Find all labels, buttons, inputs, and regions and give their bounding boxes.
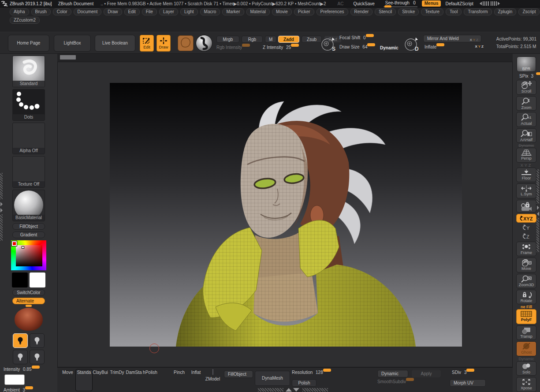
light-intensity-slider[interactable]: Intensity 0.85 bbox=[4, 367, 52, 372]
light-placement-sphere[interactable] bbox=[15, 308, 43, 331]
brush-damstandard-button[interactable]: DamSta bbox=[126, 370, 142, 391]
menu-draw[interactable]: Draw bbox=[104, 8, 122, 15]
zoom3d-button[interactable]: Zoom3D bbox=[516, 274, 536, 288]
fill-object-bottom-button[interactable]: FillObject bbox=[224, 370, 253, 378]
left-tray-divider-dots[interactable] bbox=[0, 173, 3, 199]
bottom-divider-down-arrow-icon[interactable] bbox=[293, 388, 299, 392]
inflate-axis-z[interactable]: Z bbox=[481, 45, 484, 49]
tray-resize-handle[interactable] bbox=[60, 55, 76, 60]
ghost-button[interactable]: Ghost bbox=[516, 341, 536, 356]
menu-layer[interactable]: Layer bbox=[159, 8, 178, 15]
see-through-slider[interactable]: See-through 0 bbox=[384, 0, 417, 7]
menu-document[interactable]: Document bbox=[74, 8, 102, 15]
persp-button[interactable]: Persp bbox=[516, 148, 536, 162]
dynamesh-button[interactable]: DynaMesh bbox=[255, 371, 290, 386]
apply-button[interactable]: Apply bbox=[412, 370, 441, 377]
rgb-button[interactable]: Rgb bbox=[242, 36, 263, 43]
m-button[interactable]: M bbox=[265, 36, 276, 43]
mirror-axis-y[interactable]: Y bbox=[473, 38, 476, 42]
z-intensity-slider[interactable]: Z Intensity 25 bbox=[263, 45, 322, 50]
tray-toggle-left-icon[interactable] bbox=[480, 1, 489, 6]
light-3-button[interactable] bbox=[13, 350, 28, 364]
brush-selector-thumbnail[interactable]: Standard bbox=[12, 56, 45, 87]
draw-mode-button[interactable]: Draw bbox=[156, 35, 171, 52]
move-view-button[interactable]: Move bbox=[516, 258, 536, 272]
spix-slider[interactable]: SPix 3 bbox=[515, 74, 537, 78]
menu-preferences[interactable]: Preferences bbox=[317, 8, 348, 15]
xpose-button[interactable]: Xpose bbox=[516, 377, 536, 392]
morph-uv-button[interactable]: Morph UV bbox=[450, 379, 486, 387]
camera-lock-button[interactable] bbox=[516, 200, 536, 213]
alternate-knob[interactable] bbox=[26, 305, 32, 307]
menu-alpha[interactable]: Alpha bbox=[10, 8, 29, 15]
menu-zscript[interactable]: Zscript bbox=[518, 8, 540, 15]
menu-zplugin[interactable]: Zplugin bbox=[494, 8, 517, 15]
menu-stencil[interactable]: Stencil bbox=[375, 8, 396, 15]
light-4-button[interactable] bbox=[30, 350, 45, 364]
mirror-and-weld-button[interactable]: Mirror And Weld XYZ bbox=[423, 35, 481, 42]
current-material-thumbnail[interactable] bbox=[196, 35, 212, 52]
draw-size-dynamic-label[interactable]: Dynamic bbox=[380, 45, 398, 50]
bottom-divider-dots-left[interactable] bbox=[258, 388, 283, 392]
ambient-slider[interactable]: Ambient 3 bbox=[4, 388, 52, 392]
menu-transform[interactable]: Transform bbox=[464, 8, 492, 15]
right-tray-collapse-arrow2-icon[interactable] bbox=[537, 212, 539, 216]
alternate-button[interactable]: Alternate bbox=[12, 298, 45, 304]
main-color-swatch[interactable] bbox=[12, 273, 28, 287]
rotate-z-button[interactable]: Z bbox=[518, 232, 535, 240]
bpr-render-button[interactable]: BPR bbox=[517, 56, 536, 72]
edit-mode-button[interactable]: Edit bbox=[140, 35, 154, 52]
left-tray-collapse-arrow2-icon[interactable] bbox=[0, 208, 3, 213]
polyframe-button[interactable]: PolyF bbox=[516, 309, 536, 324]
current-brush-thumbnail[interactable] bbox=[178, 35, 194, 51]
deformation-icon[interactable]: D bbox=[403, 35, 421, 52]
canvas-area[interactable] bbox=[57, 62, 513, 367]
quicksave-button[interactable]: QuickSave bbox=[353, 1, 374, 6]
light-2-button[interactable] bbox=[30, 333, 45, 348]
rotate-view-button[interactable]: Rotate bbox=[516, 290, 536, 304]
aahalf-button[interactable]: AAHalf bbox=[516, 128, 536, 143]
mirror-axis-z[interactable]: Z bbox=[476, 38, 479, 42]
default-zscript-button[interactable]: DefaultZScript bbox=[445, 1, 473, 6]
polish-button[interactable]: Polish bbox=[292, 379, 317, 387]
color-picker-field[interactable] bbox=[16, 245, 42, 266]
fill-object-button[interactable]: FillObject bbox=[12, 223, 45, 230]
zoom-button[interactable]: Zoom bbox=[516, 96, 536, 111]
gradient-button[interactable]: Gradient bbox=[12, 231, 45, 238]
menu-stroke[interactable]: Stroke bbox=[398, 8, 419, 15]
inflate-axis-y[interactable]: Y bbox=[478, 45, 481, 49]
transparency-button[interactable]: Transp bbox=[516, 325, 536, 340]
brush-zmodeler-button[interactable]: ZModel bbox=[205, 370, 221, 391]
zbrush-document[interactable] bbox=[110, 83, 462, 347]
left-tray-divider-dots2[interactable] bbox=[0, 214, 3, 241]
alpha-selector-thumbnail[interactable]: Alpha Off bbox=[12, 123, 45, 154]
lsym-button[interactable]: L.Sym bbox=[516, 183, 536, 198]
inflate-slider[interactable]: Inflate XYZ bbox=[425, 45, 484, 49]
right-tray-collapse-arrow-icon[interactable] bbox=[537, 205, 539, 210]
brush-hpolish-button[interactable]: hPolish bbox=[142, 370, 158, 391]
live-boolean-button[interactable]: Live Boolean bbox=[95, 35, 135, 52]
material-selector-thumbnail[interactable]: BasicMaterial bbox=[12, 190, 45, 221]
scroll-button[interactable]: Scroll bbox=[516, 80, 536, 94]
menu-zzcustom2[interactable]: ZZcustom2 bbox=[10, 17, 40, 24]
left-tray-collapse-arrow-icon[interactable] bbox=[0, 202, 3, 206]
menu-tool[interactable]: Tool bbox=[446, 8, 462, 15]
menu-file[interactable]: File bbox=[142, 8, 157, 15]
right-tray-divider-dots[interactable] bbox=[536, 169, 539, 204]
menu-color[interactable]: Color bbox=[53, 8, 71, 15]
brush-inflat-button[interactable]: Inflat bbox=[188, 370, 204, 391]
menu-light[interactable]: Light bbox=[180, 8, 198, 15]
texture-selector-thumbnail[interactable]: Texture Off bbox=[12, 156, 45, 188]
zsub-button[interactable]: Zsub bbox=[302, 36, 322, 43]
focal-shift-slider[interactable]: Focal Shift 0 bbox=[339, 35, 404, 40]
brush-claybuildup-button[interactable]: ClayBui bbox=[92, 370, 108, 391]
menu-marker[interactable]: Marker bbox=[222, 8, 244, 15]
stroke-selector-thumbnail[interactable]: Dots bbox=[12, 89, 45, 121]
menu-movie[interactable]: Movie bbox=[272, 8, 292, 15]
switch-color-button[interactable]: SwitchColor bbox=[12, 289, 45, 296]
solo-button[interactable]: Solo bbox=[516, 361, 536, 376]
brush-standard-button[interactable]: Standa bbox=[76, 370, 92, 391]
brush-trimdynamic-button[interactable]: TrimDy bbox=[109, 370, 125, 391]
inflate-axis-x[interactable]: X bbox=[475, 45, 478, 49]
resolution-slider[interactable]: Resolution 128 bbox=[292, 370, 369, 375]
